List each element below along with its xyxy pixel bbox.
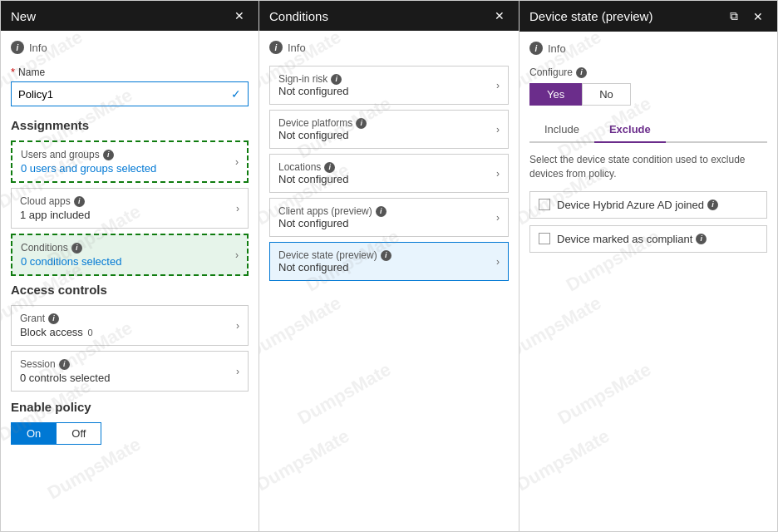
- close-button[interactable]: ✕: [230, 7, 249, 24]
- signin-risk-item[interactable]: Sign-in risk i Not configured ›: [269, 66, 509, 105]
- name-input[interactable]: Policy1 ✓: [11, 81, 249, 106]
- name-field-label: * Name: [11, 66, 249, 78]
- session-item[interactable]: Session i 0 controls selected ›: [11, 351, 249, 392]
- cloud-apps-info-icon: i: [74, 196, 85, 207]
- conditions-value: 0 conditions selected: [21, 255, 121, 268]
- yes-button[interactable]: Yes: [529, 83, 582, 106]
- client-apps-label: Client apps (preview) i: [278, 205, 387, 217]
- compliant-info-icon: i: [696, 234, 707, 244]
- session-info-icon: i: [59, 359, 70, 370]
- users-groups-chevron: ›: [235, 156, 239, 168]
- grant-item[interactable]: Grant i Block access 0 ›: [11, 305, 249, 346]
- grant-info-icon: i: [48, 313, 59, 324]
- enable-policy-section: Enable policy On Off: [11, 400, 249, 445]
- new-panel-body: i Info * Name Policy1 ✓ Assignments User…: [1, 31, 259, 531]
- conditions-item[interactable]: Conditions i 0 conditions selected ›: [11, 234, 249, 276]
- users-groups-item[interactable]: Users and groups i 0 users and groups se…: [11, 140, 249, 183]
- device-platforms-chevron: ›: [496, 124, 500, 135]
- users-groups-value: 0 users and groups selected: [21, 162, 156, 175]
- conditions-chevron: ›: [235, 249, 239, 261]
- cloud-apps-item[interactable]: Cloud apps i 1 app included ›: [11, 188, 249, 229]
- cloud-apps-label: Cloud apps i: [20, 195, 91, 207]
- locations-label: Locations i: [278, 161, 349, 173]
- tab-include[interactable]: Include: [529, 117, 594, 143]
- device-platforms-label: Device platforms i: [278, 117, 367, 129]
- configure-group: Configure i Yes No: [529, 66, 767, 106]
- session-value: 0 controls selected: [20, 372, 110, 384]
- locations-info-icon: i: [324, 162, 335, 173]
- cloud-apps-chevron: ›: [236, 203, 239, 214]
- device-state-panel-title: Device state (preview): [529, 9, 652, 23]
- device-state-info-icon: i: [381, 250, 391, 261]
- info-row: i Info: [11, 41, 249, 54]
- compliant-label: Device marked as compliant i: [557, 233, 707, 245]
- client-apps-info-icon: i: [376, 206, 387, 217]
- yes-no-group: Yes No: [529, 83, 767, 106]
- device-state-info-icon: i: [529, 42, 543, 55]
- conditions-close-button[interactable]: ✕: [490, 7, 509, 24]
- signin-risk-chevron: ›: [496, 80, 500, 91]
- device-state-item[interactable]: Device state (preview) i Not configured …: [269, 242, 509, 281]
- hybrid-azure-row[interactable]: Device Hybrid Azure AD joined i: [529, 191, 767, 219]
- signin-risk-label: Sign-in risk i: [278, 73, 349, 85]
- info-icon: i: [11, 41, 24, 54]
- check-icon: ✓: [231, 87, 241, 101]
- device-state-panel-header: Device state (preview) ⧉ ✕: [519, 1, 777, 32]
- no-button[interactable]: No: [582, 83, 631, 106]
- device-platforms-item[interactable]: Device platforms i Not configured ›: [269, 110, 509, 149]
- session-label: Session i: [20, 358, 110, 370]
- toggle-on-button[interactable]: On: [11, 422, 57, 445]
- tabs-group: Include Exclude: [529, 117, 767, 143]
- info-label: Info: [29, 42, 47, 54]
- conditions-info-row: i Info: [269, 41, 509, 54]
- configure-info-icon: i: [576, 67, 587, 78]
- device-state-chevron: ›: [496, 256, 500, 268]
- client-apps-chevron: ›: [496, 212, 500, 224]
- required-star: *: [11, 66, 15, 78]
- new-panel: DumpsMate DumpsMate DumpsMate DumpsMate …: [0, 0, 259, 532]
- compliant-row[interactable]: Device marked as compliant i: [529, 225, 767, 253]
- configure-label: Configure i: [529, 66, 767, 78]
- hybrid-azure-info-icon: i: [707, 200, 718, 210]
- cloud-apps-value: 1 app included: [20, 209, 91, 221]
- conditions-info-icon: i: [71, 243, 82, 254]
- device-state-panel: DumpsMate DumpsMate DumpsMate DumpsMate …: [519, 0, 778, 532]
- device-state-panel-body: i Info Configure i Yes No Include Exclud…: [519, 32, 777, 531]
- new-panel-title: New: [11, 9, 36, 23]
- locations-item[interactable]: Locations i Not configured ›: [269, 154, 509, 193]
- conditions-info-icon: i: [269, 41, 283, 54]
- users-groups-info-icon: i: [103, 150, 114, 160]
- hybrid-azure-checkbox[interactable]: [539, 199, 550, 210]
- device-state-value: Not configured: [278, 261, 391, 273]
- signin-risk-info-icon: i: [331, 74, 342, 85]
- toggle-off-button[interactable]: Off: [57, 422, 101, 445]
- name-label-text: Name: [18, 66, 45, 78]
- client-apps-item[interactable]: Client apps (preview) i Not configured ›: [269, 198, 509, 237]
- locations-chevron: ›: [496, 168, 500, 180]
- conditions-panel: DumpsMate DumpsMate DumpsMate DumpsMate …: [259, 0, 519, 532]
- name-field-group: * Name Policy1 ✓: [11, 66, 249, 106]
- assignments-title: Assignments: [11, 118, 249, 132]
- conditions-label: Conditions i: [21, 242, 121, 254]
- tab-exclude[interactable]: Exclude: [594, 117, 666, 143]
- device-platforms-value: Not configured: [278, 129, 367, 141]
- access-controls-title: Access controls: [11, 283, 249, 297]
- device-platforms-info-icon: i: [356, 118, 367, 129]
- device-state-label: Device state (preview) i: [278, 249, 391, 261]
- device-state-restore-button[interactable]: ⧉: [726, 7, 742, 25]
- device-state-info-row: i Info: [529, 42, 767, 55]
- device-state-close-button[interactable]: ✕: [749, 8, 767, 25]
- compliant-checkbox[interactable]: [539, 233, 550, 244]
- conditions-info-label: Info: [288, 42, 306, 54]
- toggle-group: On Off: [11, 422, 249, 445]
- description-text: Select the device state condition used t…: [529, 153, 767, 181]
- locations-value: Not configured: [278, 173, 349, 185]
- client-apps-value: Not configured: [278, 217, 387, 229]
- conditions-panel-body: i Info Sign-in risk i Not configured › D…: [259, 31, 519, 531]
- grant-value: Block access 0: [20, 326, 93, 338]
- conditions-panel-title: Conditions: [269, 9, 328, 23]
- users-groups-label: Users and groups i: [21, 149, 156, 160]
- grant-label: Grant i: [20, 313, 93, 324]
- session-chevron: ›: [236, 366, 239, 377]
- grant-chevron: ›: [236, 320, 239, 332]
